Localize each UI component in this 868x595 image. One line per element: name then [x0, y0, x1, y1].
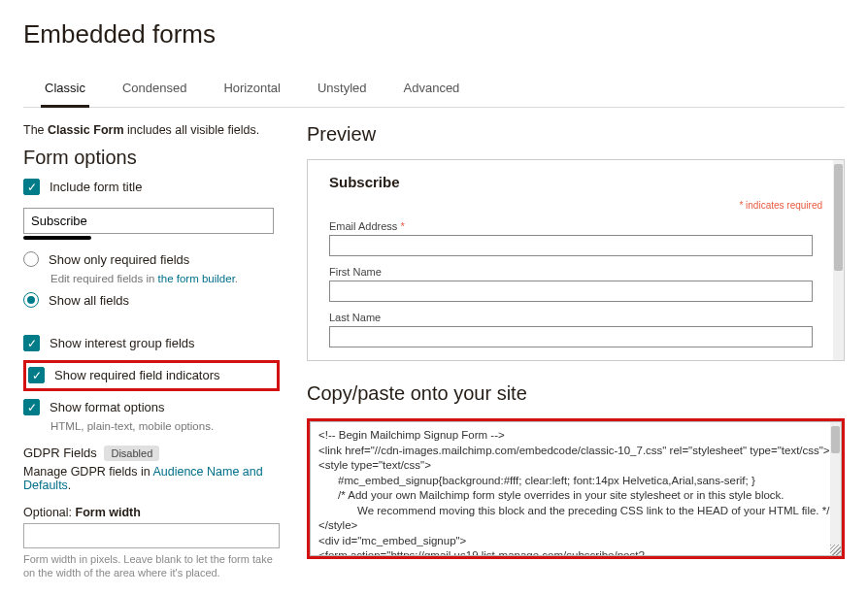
required-indicators-checkbox[interactable]: ✓ — [28, 367, 45, 383]
gdpr-heading: GDPR Fields — [23, 446, 97, 460]
format-options-label: Show format options — [50, 399, 165, 416]
form-width-hint: Form width in pixels. Leave blank to let… — [23, 552, 280, 580]
form-builder-link[interactable]: the form builder — [158, 273, 235, 284]
form-options-heading: Form options — [23, 147, 280, 169]
tab-unstyled[interactable]: Unstyled — [314, 73, 371, 107]
required-indicators-label: Show required field indicators — [54, 367, 220, 384]
interest-groups-label: Show interest group fields — [50, 335, 195, 352]
show-only-required-radio[interactable] — [23, 251, 39, 267]
form-style-tabs: Classic Condensed Horizontal Unstyled Ad… — [23, 73, 845, 108]
interest-groups-checkbox[interactable]: ✓ — [23, 335, 40, 351]
email-label: Email Address * — [329, 220, 822, 232]
first-name-label: First Name — [329, 266, 822, 278]
preview-title: Subscribe — [329, 174, 822, 190]
email-input[interactable] — [329, 235, 813, 256]
format-options-sub: HTML, plain-text, mobile options. — [50, 420, 280, 432]
embed-code-textarea[interactable]: <!-- Begin Mailchimp Signup Form --> <li… — [310, 421, 842, 556]
copy-paste-heading: Copy/paste onto your site — [307, 382, 845, 405]
form-title-input[interactable] — [23, 208, 274, 234]
include-title-checkbox[interactable]: ✓ — [23, 179, 40, 195]
form-width-label: Optional: Form width — [23, 506, 280, 519]
form-width-input[interactable] — [23, 523, 280, 548]
required-indicators-highlight: ✓ Show required field indicators — [23, 360, 280, 391]
intro-text: The Classic Form includes all visible fi… — [23, 123, 280, 137]
show-only-required-label: Show only required fields — [49, 251, 189, 269]
preview-heading: Preview — [307, 123, 845, 146]
tab-horizontal[interactable]: Horizontal — [219, 73, 284, 107]
last-name-input[interactable] — [329, 326, 813, 347]
include-title-label: Include form title — [50, 179, 142, 196]
page-title: Embedded forms — [23, 19, 845, 50]
indicates-required: * indicates required — [329, 200, 822, 211]
title-underline — [23, 236, 91, 240]
edit-required-sub: Edit required fields in the form builder… — [50, 273, 280, 284]
format-options-checkbox[interactable]: ✓ — [23, 399, 40, 415]
tab-condensed[interactable]: Condensed — [118, 73, 191, 107]
first-name-input[interactable] — [329, 281, 813, 302]
preview-scrollbar[interactable] — [833, 160, 844, 360]
preview-panel: Subscribe * indicates required Email Add… — [307, 159, 845, 361]
code-highlight: <!-- Begin Mailchimp Signup Form --> <li… — [307, 418, 845, 559]
show-all-fields-radio[interactable] — [23, 292, 39, 308]
resize-handle-icon[interactable] — [830, 545, 841, 555]
tab-advanced[interactable]: Advanced — [400, 73, 464, 107]
code-scrollbar[interactable] — [830, 422, 841, 555]
gdpr-desc: Manage GDPR fields in Audience Name and … — [23, 465, 280, 492]
show-all-fields-label: Show all fields — [49, 292, 129, 310]
gdpr-disabled-pill: Disabled — [104, 446, 159, 461]
last-name-label: Last Name — [329, 312, 822, 323]
tab-classic[interactable]: Classic — [41, 73, 89, 108]
